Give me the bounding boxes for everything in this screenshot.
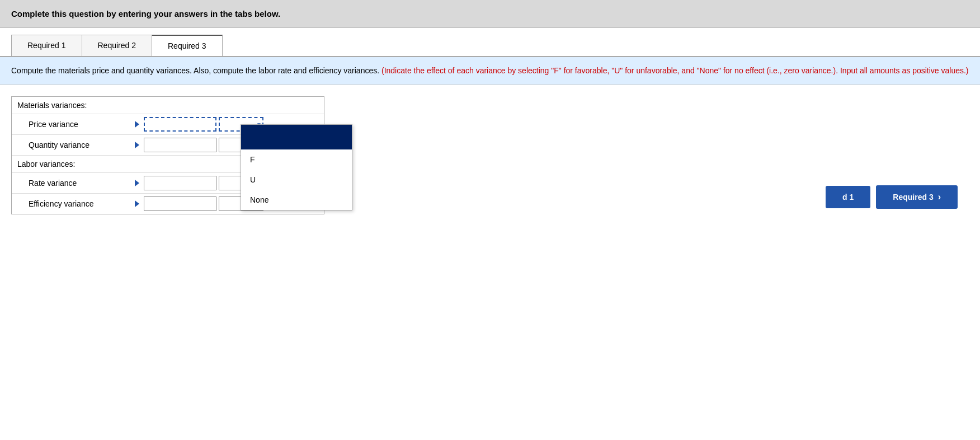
efficiency-variance-amount-input[interactable]: [144, 196, 216, 211]
price-variance-label: Price variance: [12, 118, 135, 131]
tab-required3[interactable]: Required 3: [152, 35, 223, 56]
next-button[interactable]: Required 3 ›: [876, 185, 958, 209]
instruction-header: Complete this question by entering your …: [0, 0, 980, 28]
efficiency-variance-indicator: [135, 200, 139, 207]
tab-required2[interactable]: Required 2: [82, 35, 153, 56]
rate-variance-label: Rate variance: [12, 176, 135, 190]
tabs-row: Required 1 Required 2 Required 3: [0, 28, 980, 57]
dropdown-option-none[interactable]: None: [241, 190, 352, 210]
main-content: Materials variances: Price variance F U …: [0, 85, 980, 226]
quantity-variance-indicator: [135, 142, 139, 148]
dropdown-option-f[interactable]: F: [241, 149, 352, 170]
instruction-box: Compute the materials price and quantity…: [0, 57, 980, 85]
bottom-navigation: d 1 Required 3 ›: [826, 185, 958, 209]
dropdown-option-u[interactable]: U: [241, 170, 352, 190]
quantity-variance-amount-input[interactable]: [144, 138, 216, 152]
materials-section-label: Materials variances:: [12, 97, 324, 114]
rate-variance-indicator: [135, 180, 139, 186]
quantity-variance-label: Quantity variance: [12, 138, 135, 152]
price-variance-amount-input[interactable]: [144, 117, 216, 132]
open-dropdown-overlay: F U None: [241, 124, 352, 210]
efficiency-variance-label: Efficiency variance: [12, 197, 135, 210]
prev-button[interactable]: d 1: [826, 186, 870, 208]
price-variance-indicator: [135, 121, 139, 128]
rate-variance-amount-input[interactable]: [144, 176, 216, 190]
dropdown-selected-row: [241, 125, 352, 149]
chevron-right-icon: ›: [938, 192, 941, 202]
tab-required1[interactable]: Required 1: [11, 35, 82, 56]
